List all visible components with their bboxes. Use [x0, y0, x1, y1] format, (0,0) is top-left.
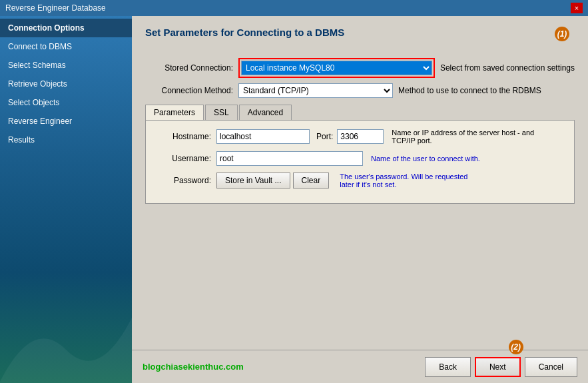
- close-button[interactable]: ×: [571, 3, 583, 13]
- main-container: Connection Options Connect to DBMS Selec…: [0, 16, 588, 383]
- watermark: blogchiasekienthuc.com: [143, 362, 244, 372]
- content-main: Set Parameters for Connecting to a DBMS …: [132, 16, 588, 350]
- tab-advanced[interactable]: Advanced: [239, 105, 292, 120]
- stored-connection-row: Stored Connection: Local instance MySQL8…: [145, 58, 575, 78]
- badge-1: (1): [555, 27, 569, 41]
- connection-method-control: Standard (TCP/IP) Method to use to conne…: [238, 83, 575, 98]
- section-title: Set Parameters for Connecting to a DBMS: [145, 27, 344, 38]
- badge-2: (2): [509, 340, 523, 354]
- back-button[interactable]: Back: [425, 357, 471, 377]
- title-bar: Reverse Engineer Database ×: [0, 0, 588, 16]
- sidebar-item-select-schemas[interactable]: Select Schemas: [0, 56, 132, 75]
- hostname-label: Hostname:: [156, 132, 216, 141]
- connection-method-hint: Method to use to connect to the RDBMS: [398, 86, 541, 95]
- stored-connection-control: Local instance MySQL80 Select from saved…: [238, 58, 575, 78]
- next-button[interactable]: Next: [475, 357, 521, 377]
- sidebar-item-select-objects[interactable]: Select Objects: [0, 93, 132, 112]
- connection-method-label: Connection Method:: [145, 86, 238, 95]
- sidebar-item-connection-options[interactable]: Connection Options: [0, 19, 132, 37]
- tab-ssl[interactable]: SSL: [205, 105, 238, 120]
- tabs-container: Parameters SSL Advanced: [145, 105, 575, 121]
- username-input[interactable]: [216, 151, 363, 166]
- clear-button[interactable]: Clear: [293, 173, 330, 189]
- hostname-row: Hostname: Port: Name or IP address of th…: [156, 129, 563, 145]
- bottom-bar: blogchiasekienthuc.com Back (2) Next Can…: [132, 350, 588, 383]
- cancel-button[interactable]: Cancel: [525, 357, 577, 377]
- port-label: Port:: [316, 132, 333, 141]
- password-hint: The user's password. Will be requested l…: [340, 173, 473, 189]
- sidebar-item-reverse-engineer[interactable]: Reverse Engineer: [0, 112, 132, 131]
- store-in-vault-button[interactable]: Store in Vault ...: [216, 173, 290, 189]
- username-label: Username:: [156, 154, 216, 163]
- sidebar: Connection Options Connect to DBMS Selec…: [0, 16, 132, 383]
- password-label: Password:: [156, 176, 216, 185]
- hostname-hint: Name or IP address of the server host - …: [392, 129, 538, 145]
- sidebar-item-retrieve-objects[interactable]: Retrieve Objects: [0, 75, 132, 93]
- connection-method-select[interactable]: Standard (TCP/IP): [238, 83, 393, 98]
- sidebar-item-connect-to-dbms[interactable]: Connect to DBMS: [0, 37, 132, 56]
- window-title: Reverse Engineer Database: [5, 3, 106, 13]
- stored-connection-select[interactable]: Local instance MySQL80: [241, 61, 432, 75]
- tab-parameters[interactable]: Parameters: [145, 105, 204, 120]
- username-row: Username: Name of the user to connect wi…: [156, 151, 563, 166]
- sidebar-item-results[interactable]: Results: [0, 131, 132, 149]
- hostname-input[interactable]: [216, 129, 310, 144]
- username-hint: Name of the user to connect with.: [371, 155, 480, 163]
- connection-method-row: Connection Method: Standard (TCP/IP) Met…: [145, 83, 575, 98]
- stored-connection-label: Stored Connection:: [145, 63, 238, 73]
- tab-content-parameters: Hostname: Port: Name or IP address of th…: [145, 121, 575, 204]
- port-input[interactable]: [337, 129, 384, 144]
- nav-buttons: Back (2) Next Cancel: [425, 357, 577, 377]
- password-row: Password: Store in Vault ... Clear The u…: [156, 173, 563, 189]
- content-area: Set Parameters for Connecting to a DBMS …: [132, 16, 588, 383]
- stored-connection-hint: Select from saved connection settings: [440, 63, 575, 73]
- stored-connection-box: Local instance MySQL80: [238, 58, 435, 78]
